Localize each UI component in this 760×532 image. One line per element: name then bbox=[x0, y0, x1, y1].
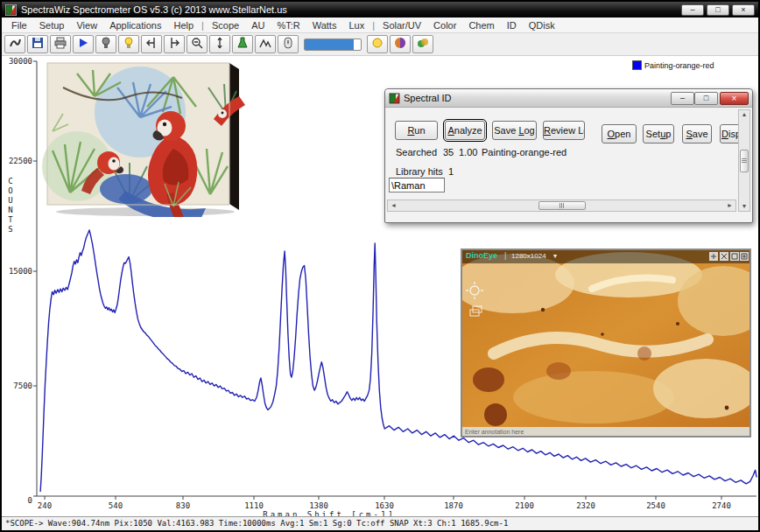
x-tick-label: 2740 bbox=[712, 501, 731, 510]
title-bar: SpectraWiz Spectrometer OS v5.3 (c) 2013… bbox=[2, 2, 758, 18]
lamp-off-icon bbox=[99, 36, 113, 53]
x-tick-label: 1630 bbox=[375, 501, 394, 510]
legend: Painting-orange-red bbox=[632, 60, 714, 70]
y-tick-label: 22500 bbox=[9, 157, 32, 165]
scroll-right-icon[interactable]: ► bbox=[727, 201, 735, 210]
menu-item-help[interactable]: Help bbox=[167, 19, 200, 32]
window-maximize-button[interactable]: □ bbox=[707, 4, 729, 16]
setup-button[interactable]: Setup bbox=[643, 124, 674, 144]
window-close-button[interactable]: × bbox=[732, 4, 755, 16]
open-button[interactable]: Open bbox=[602, 124, 637, 144]
scroll-up-icon[interactable]: ▲ bbox=[742, 110, 748, 119]
autoscale-button[interactable] bbox=[209, 35, 230, 53]
library-hits-label: Library hits bbox=[396, 166, 443, 177]
acquire-scope-icon bbox=[8, 36, 22, 53]
lamp2-icon bbox=[370, 36, 384, 53]
camera-resolution-caret-icon[interactable]: ▾ bbox=[553, 252, 557, 260]
menu-item-applications[interactable]: Applications bbox=[103, 19, 167, 32]
spectral-id-title: Spectral ID bbox=[404, 93, 671, 103]
window-minimize-button[interactable]: – bbox=[681, 4, 704, 16]
menu-item-watts[interactable]: Watts bbox=[306, 19, 343, 32]
lamp2-button[interactable] bbox=[367, 35, 388, 53]
y-tick-label: 7500 bbox=[13, 382, 32, 390]
menu-separator: | bbox=[370, 20, 376, 31]
peak-find-button[interactable] bbox=[255, 35, 276, 53]
chart-area: 3000022500150007500024054083011101380163… bbox=[2, 56, 760, 520]
menu-item-setup[interactable]: Setup bbox=[33, 19, 71, 32]
menu-item--t-r[interactable]: %T:R bbox=[271, 19, 306, 32]
y-tick-label: 0 bbox=[28, 496, 32, 505]
camera-resolution[interactable]: 1280x1024 bbox=[511, 252, 546, 260]
review-log-button[interactable]: Review Log bbox=[543, 121, 585, 140]
x-tick-label: 240 bbox=[38, 501, 52, 510]
palette-icon bbox=[416, 36, 430, 53]
save-log-button[interactable]: Save Log bbox=[492, 121, 537, 140]
menu-item-view[interactable]: View bbox=[70, 19, 103, 32]
lamp-on-button[interactable] bbox=[118, 35, 139, 53]
run-button[interactable]: Run bbox=[395, 121, 438, 140]
zoom-out-icon bbox=[190, 36, 204, 53]
menu-item-lux[interactable]: Lux bbox=[342, 19, 370, 32]
menu-item-id[interactable]: ID bbox=[501, 19, 523, 32]
menu-item-solar-uv[interactable]: Solar/UV bbox=[376, 19, 427, 32]
x-tick-label: 1110 bbox=[244, 501, 264, 510]
vertical-scroll-thumb[interactable] bbox=[740, 150, 749, 172]
camera-annotation[interactable]: Enter annotation here bbox=[465, 429, 524, 435]
spectral-id-title-bar[interactable]: Spectral ID – □ × bbox=[385, 89, 752, 108]
colorimeter-button[interactable] bbox=[390, 35, 411, 53]
lamp-on-icon bbox=[122, 36, 136, 53]
menu-item-file[interactable]: File bbox=[5, 19, 33, 32]
acquire-scope-button[interactable] bbox=[4, 35, 25, 53]
legend-label: Painting-orange-red bbox=[644, 61, 714, 70]
x-tick-label: 2540 bbox=[646, 501, 665, 510]
library-path-input[interactable] bbox=[389, 178, 445, 192]
save-button[interactable]: Save bbox=[682, 124, 712, 144]
y-tick-label: 30000 bbox=[9, 57, 32, 66]
print-icon bbox=[53, 36, 67, 53]
cursor-right-icon bbox=[167, 36, 181, 53]
play-button[interactable] bbox=[73, 35, 94, 53]
x-tick-label: 1870 bbox=[444, 501, 463, 510]
save-button[interactable] bbox=[27, 35, 48, 53]
dialog-vertical-scrollbar[interactable]: ▲ ▼ bbox=[738, 109, 750, 212]
searched-label: Searched bbox=[396, 147, 437, 158]
camera-brand: DinoEye bbox=[466, 251, 497, 260]
dialog-maximize-button[interactable]: □ bbox=[694, 92, 718, 105]
menu-item-color[interactable]: Color bbox=[427, 19, 462, 32]
toolbar bbox=[2, 33, 758, 56]
peak-find-icon bbox=[258, 36, 272, 53]
x-tick-label: 1380 bbox=[309, 501, 328, 510]
menu-separator: | bbox=[200, 20, 206, 31]
reference-flask-icon bbox=[236, 36, 250, 53]
analyze-button[interactable]: Analyze bbox=[445, 121, 485, 140]
spectral-id-icon bbox=[389, 93, 400, 104]
y-axis-label-letter: C bbox=[8, 177, 12, 186]
menu-item-qdisk[interactable]: QDisk bbox=[523, 19, 561, 32]
print-button[interactable] bbox=[50, 35, 71, 53]
horizontal-scroll-thumb[interactable] bbox=[538, 201, 586, 210]
zoom-out-button[interactable] bbox=[186, 35, 208, 53]
menu-bar: FileSetupViewApplicationsHelp|ScopeAU%T:… bbox=[2, 18, 758, 33]
menu-item-scope[interactable]: Scope bbox=[206, 19, 245, 32]
spectrawiz-window: SpectraWiz Spectrometer OS v5.3 (c) 2013… bbox=[0, 0, 760, 532]
timer-button[interactable] bbox=[278, 35, 299, 53]
y-axis-label-letter: T bbox=[8, 215, 13, 224]
scroll-down-icon[interactable]: ▼ bbox=[742, 202, 748, 211]
acquisition-progress-bar bbox=[304, 38, 362, 51]
cursor-left-icon bbox=[144, 36, 158, 53]
status-bar: *SCOPE-> Wave:904.74nm Pix:1050 Val:4163… bbox=[2, 516, 760, 530]
y-axis-label-letter: U bbox=[8, 196, 12, 205]
reference-flask-button[interactable] bbox=[232, 35, 253, 53]
x-tick-label: 2100 bbox=[515, 501, 534, 510]
dialog-minimize-button[interactable]: – bbox=[671, 92, 694, 105]
cursor-left-button[interactable] bbox=[141, 35, 162, 53]
cursor-right-button[interactable] bbox=[164, 35, 185, 53]
menu-item-au[interactable]: AU bbox=[245, 19, 271, 32]
dialog-close-button[interactable]: × bbox=[720, 92, 749, 105]
dialog-horizontal-scrollbar[interactable]: ◄ ► bbox=[387, 200, 736, 212]
lamp-off-button[interactable] bbox=[95, 35, 116, 53]
scroll-left-icon[interactable]: ◄ bbox=[388, 201, 397, 210]
palette-button[interactable] bbox=[412, 35, 433, 53]
y-axis-label-letter: N bbox=[8, 206, 12, 214]
menu-item-chem[interactable]: Chem bbox=[462, 19, 500, 32]
